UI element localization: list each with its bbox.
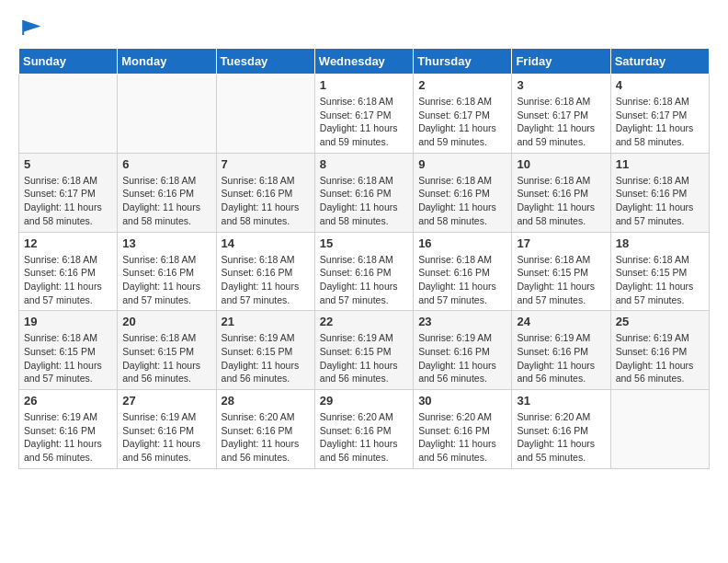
day-info: Sunrise: 6:18 AM Sunset: 6:15 PM Dayligh… — [122, 331, 210, 385]
day-header-monday: Monday — [118, 49, 216, 75]
calendar-cell: 19Sunrise: 6:18 AM Sunset: 6:15 PM Dayli… — [19, 311, 118, 390]
day-header-tuesday: Tuesday — [216, 49, 314, 75]
day-info: Sunrise: 6:18 AM Sunset: 6:16 PM Dayligh… — [222, 253, 310, 307]
day-header-wednesday: Wednesday — [314, 49, 413, 75]
day-info: Sunrise: 6:18 AM Sunset: 6:15 PM Dayligh… — [616, 253, 704, 307]
day-number: 6 — [122, 157, 210, 171]
day-info: Sunrise: 6:18 AM Sunset: 6:17 PM Dayligh… — [320, 95, 408, 149]
calendar-week-1: 1Sunrise: 6:18 AM Sunset: 6:17 PM Daylig… — [19, 75, 710, 154]
calendar-cell — [118, 75, 216, 154]
day-number: 23 — [418, 315, 506, 328]
day-number: 21 — [222, 315, 310, 328]
page-header — [18, 18, 710, 33]
day-number: 31 — [517, 394, 605, 408]
calendar-week-5: 26Sunrise: 6:19 AM Sunset: 6:16 PM Dayli… — [19, 390, 710, 469]
day-info: Sunrise: 6:18 AM Sunset: 6:16 PM Dayligh… — [418, 253, 506, 307]
day-info: Sunrise: 6:19 AM Sunset: 6:15 PM Dayligh… — [222, 331, 310, 385]
day-number: 19 — [24, 315, 112, 328]
day-number: 18 — [616, 236, 704, 250]
calendar-cell: 11Sunrise: 6:18 AM Sunset: 6:16 PM Dayli… — [610, 153, 709, 232]
calendar-cell: 2Sunrise: 6:18 AM Sunset: 6:17 PM Daylig… — [414, 75, 512, 154]
day-info: Sunrise: 6:19 AM Sunset: 6:16 PM Dayligh… — [616, 331, 704, 385]
day-info: Sunrise: 6:18 AM Sunset: 6:16 PM Dayligh… — [222, 174, 310, 228]
day-info: Sunrise: 6:18 AM Sunset: 6:15 PM Dayligh… — [24, 331, 112, 385]
day-info: Sunrise: 6:19 AM Sunset: 6:15 PM Dayligh… — [320, 331, 408, 385]
day-number: 10 — [517, 157, 605, 171]
day-info: Sunrise: 6:20 AM Sunset: 6:16 PM Dayligh… — [517, 410, 605, 465]
day-info: Sunrise: 6:18 AM Sunset: 6:17 PM Dayligh… — [24, 174, 112, 228]
calendar-cell: 31Sunrise: 6:20 AM Sunset: 6:16 PM Dayli… — [512, 390, 610, 469]
day-number: 25 — [616, 315, 704, 328]
calendar-cell: 29Sunrise: 6:20 AM Sunset: 6:16 PM Dayli… — [314, 390, 413, 469]
calendar-week-3: 12Sunrise: 6:18 AM Sunset: 6:16 PM Dayli… — [19, 232, 710, 311]
calendar-cell — [19, 75, 118, 154]
calendar-cell: 20Sunrise: 6:18 AM Sunset: 6:15 PM Dayli… — [118, 311, 216, 390]
calendar-cell: 28Sunrise: 6:20 AM Sunset: 6:16 PM Dayli… — [216, 390, 314, 469]
day-header-friday: Friday — [512, 49, 610, 75]
day-number: 29 — [320, 394, 408, 408]
day-info: Sunrise: 6:18 AM Sunset: 6:16 PM Dayligh… — [320, 174, 408, 228]
calendar-cell: 30Sunrise: 6:20 AM Sunset: 6:16 PM Dayli… — [414, 390, 512, 469]
day-number: 12 — [24, 236, 112, 250]
day-number: 2 — [418, 78, 506, 92]
calendar-cell: 12Sunrise: 6:18 AM Sunset: 6:16 PM Dayli… — [19, 232, 118, 311]
calendar-cell: 17Sunrise: 6:18 AM Sunset: 6:15 PM Dayli… — [512, 232, 610, 311]
day-number: 22 — [320, 315, 408, 328]
day-info: Sunrise: 6:18 AM Sunset: 6:16 PM Dayligh… — [320, 253, 408, 307]
day-info: Sunrise: 6:18 AM Sunset: 6:17 PM Dayligh… — [517, 95, 605, 149]
day-number: 17 — [517, 236, 605, 250]
calendar-cell: 22Sunrise: 6:19 AM Sunset: 6:15 PM Dayli… — [314, 311, 413, 390]
calendar-cell: 13Sunrise: 6:18 AM Sunset: 6:16 PM Dayli… — [118, 232, 216, 311]
calendar-cell — [610, 390, 709, 469]
day-number: 7 — [222, 157, 310, 171]
day-number: 28 — [222, 394, 310, 408]
calendar-cell: 18Sunrise: 6:18 AM Sunset: 6:15 PM Dayli… — [610, 232, 709, 311]
logo-flag-icon — [20, 18, 42, 37]
day-info: Sunrise: 6:19 AM Sunset: 6:16 PM Dayligh… — [418, 331, 506, 385]
day-number: 16 — [418, 236, 506, 250]
day-info: Sunrise: 6:18 AM Sunset: 6:16 PM Dayligh… — [122, 253, 210, 307]
calendar-cell: 16Sunrise: 6:18 AM Sunset: 6:16 PM Dayli… — [414, 232, 512, 311]
day-number: 11 — [616, 157, 704, 171]
calendar-cell: 23Sunrise: 6:19 AM Sunset: 6:16 PM Dayli… — [414, 311, 512, 390]
day-info: Sunrise: 6:19 AM Sunset: 6:16 PM Dayligh… — [24, 410, 112, 465]
day-info: Sunrise: 6:19 AM Sunset: 6:16 PM Dayligh… — [122, 410, 210, 465]
day-info: Sunrise: 6:18 AM Sunset: 6:16 PM Dayligh… — [24, 253, 112, 307]
day-number: 8 — [320, 157, 408, 171]
calendar-cell: 25Sunrise: 6:19 AM Sunset: 6:16 PM Dayli… — [610, 311, 709, 390]
day-number: 26 — [24, 394, 112, 408]
day-info: Sunrise: 6:18 AM Sunset: 6:17 PM Dayligh… — [616, 95, 704, 149]
calendar-cell: 10Sunrise: 6:18 AM Sunset: 6:16 PM Dayli… — [512, 153, 610, 232]
calendar-cell: 5Sunrise: 6:18 AM Sunset: 6:17 PM Daylig… — [19, 153, 118, 232]
day-number: 5 — [24, 157, 112, 171]
day-number: 20 — [122, 315, 210, 328]
day-number: 3 — [517, 78, 605, 92]
calendar-cell: 7Sunrise: 6:18 AM Sunset: 6:16 PM Daylig… — [216, 153, 314, 232]
calendar-header-row: SundayMondayTuesdayWednesdayThursdayFrid… — [19, 49, 710, 75]
calendar-cell: 9Sunrise: 6:18 AM Sunset: 6:16 PM Daylig… — [414, 153, 512, 232]
svg-marker-0 — [23, 20, 40, 32]
day-number: 1 — [320, 78, 408, 92]
day-number: 24 — [517, 315, 605, 328]
calendar-cell: 1Sunrise: 6:18 AM Sunset: 6:17 PM Daylig… — [314, 75, 413, 154]
calendar-cell: 3Sunrise: 6:18 AM Sunset: 6:17 PM Daylig… — [512, 75, 610, 154]
day-info: Sunrise: 6:18 AM Sunset: 6:16 PM Dayligh… — [616, 174, 704, 228]
calendar-cell: 27Sunrise: 6:19 AM Sunset: 6:16 PM Dayli… — [118, 390, 216, 469]
calendar-cell: 24Sunrise: 6:19 AM Sunset: 6:16 PM Dayli… — [512, 311, 610, 390]
calendar-week-2: 5Sunrise: 6:18 AM Sunset: 6:17 PM Daylig… — [19, 153, 710, 232]
day-number: 15 — [320, 236, 408, 250]
calendar-cell: 26Sunrise: 6:19 AM Sunset: 6:16 PM Dayli… — [19, 390, 118, 469]
calendar-cell — [216, 75, 314, 154]
day-header-sunday: Sunday — [19, 49, 118, 75]
day-number: 14 — [222, 236, 310, 250]
day-info: Sunrise: 6:19 AM Sunset: 6:16 PM Dayligh… — [517, 331, 605, 385]
day-number: 30 — [418, 394, 506, 408]
calendar-cell: 8Sunrise: 6:18 AM Sunset: 6:16 PM Daylig… — [314, 153, 413, 232]
day-number: 4 — [616, 78, 704, 92]
calendar-cell: 4Sunrise: 6:18 AM Sunset: 6:17 PM Daylig… — [610, 75, 709, 154]
day-header-thursday: Thursday — [414, 49, 512, 75]
calendar-week-4: 19Sunrise: 6:18 AM Sunset: 6:15 PM Dayli… — [19, 311, 710, 390]
logo — [18, 18, 42, 33]
calendar-cell: 14Sunrise: 6:18 AM Sunset: 6:16 PM Dayli… — [216, 232, 314, 311]
day-info: Sunrise: 6:18 AM Sunset: 6:16 PM Dayligh… — [418, 174, 506, 228]
